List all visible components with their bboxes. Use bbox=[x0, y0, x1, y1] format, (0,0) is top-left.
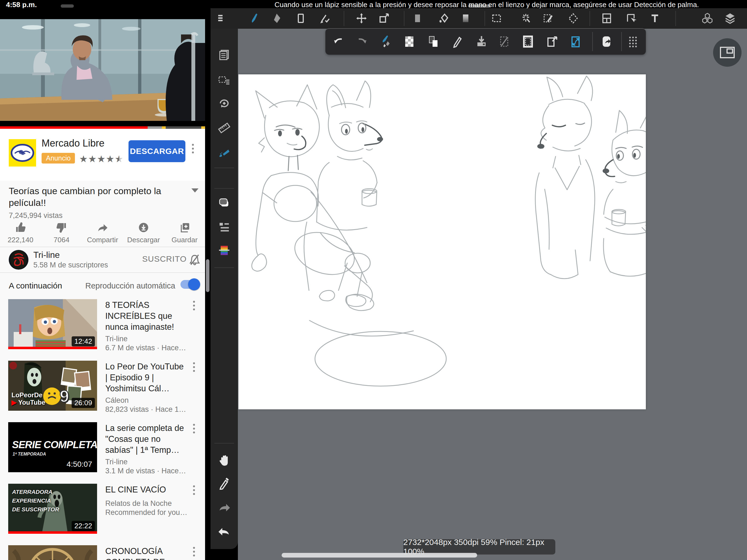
hand-tool-icon[interactable] bbox=[218, 454, 231, 467]
duration-badge: 22:22 bbox=[72, 521, 95, 531]
expand-description-icon[interactable] bbox=[191, 188, 199, 193]
drag-handle-icon[interactable] bbox=[627, 35, 639, 48]
text-tool-icon[interactable] bbox=[649, 12, 661, 24]
advertiser-name[interactable]: Mercado Libre bbox=[42, 137, 104, 149]
video-list-item[interactable]: 12:42 8 TEORÍAS INCREÍBLES que nunca ima… bbox=[0, 299, 205, 361]
subscribed-button[interactable]: SUSCRITO bbox=[142, 254, 186, 263]
panel-tool-icon[interactable] bbox=[601, 12, 613, 24]
select-pen-tool-icon[interactable] bbox=[542, 12, 554, 24]
select-rect-tool-icon[interactable] bbox=[491, 12, 503, 24]
select-menu-icon[interactable] bbox=[218, 74, 231, 87]
eyedropper-icon[interactable] bbox=[218, 477, 231, 490]
move-tool-icon[interactable] bbox=[356, 12, 367, 24]
video-list-item[interactable]: CRONOLOGÍA COMPLETA DE GRAVITY FALLS ! bbox=[0, 545, 205, 560]
select-lasso-tool-icon[interactable] bbox=[567, 12, 579, 24]
drawing-canvas[interactable] bbox=[238, 74, 646, 409]
like-button[interactable]: 222,140 bbox=[0, 221, 41, 247]
shape-tool-icon[interactable] bbox=[295, 12, 307, 24]
pen-check-tool-icon[interactable] bbox=[319, 12, 331, 24]
download-app-button[interactable]: DESCARGAR bbox=[129, 140, 185, 162]
redo-arrow-icon[interactable] bbox=[218, 501, 231, 514]
video-player[interactable] bbox=[0, 8, 205, 126]
save-playlist-icon bbox=[179, 222, 190, 233]
brush-eraser-swap-icon[interactable] bbox=[380, 35, 393, 48]
menu-icon[interactable] bbox=[215, 12, 228, 24]
export-window-icon[interactable] bbox=[546, 35, 558, 48]
up-next-label: A continuación bbox=[9, 281, 62, 290]
import-icon[interactable] bbox=[475, 35, 488, 48]
gradient-tool-icon[interactable] bbox=[460, 12, 472, 24]
video-thumbnail[interactable]: LoPeorDe ▶ YouTube 9 26:09 bbox=[8, 361, 97, 411]
canvas-area[interactable] bbox=[238, 29, 747, 560]
channel-avatar[interactable] bbox=[9, 250, 28, 270]
video-list-item[interactable]: SERIE COMPLETA 1ª TEMPORADA 4:50:07 La s… bbox=[0, 422, 205, 484]
panel-cursor-tool-icon[interactable] bbox=[625, 12, 637, 24]
video-channel: Tri-line bbox=[105, 334, 128, 344]
video-list-item[interactable]: LoPeorDe ▶ YouTube 9 26:09 Lo Peor De Yo… bbox=[0, 361, 205, 422]
screen: 4:58 p.m. Cuando use un lápiz sensible a… bbox=[0, 0, 747, 560]
paint-top-toolbar bbox=[210, 8, 747, 29]
download-button[interactable]: Descargar bbox=[123, 221, 164, 247]
save-button[interactable]: Guardar bbox=[164, 221, 205, 247]
bucket-tool-icon[interactable] bbox=[437, 12, 449, 24]
thumb-down-icon bbox=[55, 222, 68, 233]
item-overflow-menu[interactable] bbox=[193, 547, 195, 556]
eraser-tool-icon[interactable] bbox=[271, 12, 283, 24]
select-border-icon[interactable] bbox=[522, 35, 534, 48]
video-channel: Tri-line bbox=[105, 457, 128, 467]
video-thumbnail[interactable]: SERIE COMPLETA 1ª TEMPORADA 4:50:07 bbox=[8, 422, 97, 472]
left-window-drag-handle[interactable] bbox=[61, 4, 74, 8]
youtube-scrollbar-thumb[interactable] bbox=[206, 259, 209, 292]
video-progress-bar[interactable] bbox=[0, 126, 205, 129]
video-thumbnail[interactable]: 12:42 bbox=[8, 299, 97, 349]
video-thumbnail[interactable] bbox=[8, 545, 97, 560]
item-overflow-menu[interactable] bbox=[193, 424, 195, 433]
transform-tool-icon[interactable] bbox=[378, 12, 390, 24]
eyedropper-pen-icon[interactable] bbox=[451, 35, 464, 48]
fullscreen-icon[interactable] bbox=[570, 35, 583, 48]
undo-icon[interactable] bbox=[332, 35, 344, 48]
palm-detection-message: Cuando use un lápiz sensible a la presió… bbox=[246, 1, 727, 9]
channel-name[interactable]: Tri-line bbox=[33, 250, 60, 260]
deselect-icon[interactable] bbox=[498, 35, 511, 48]
video-thumbnail[interactable]: ATERRADORA EXPERIENCIA DE SUSCRIPTOR 22:… bbox=[8, 484, 97, 534]
action-bar: 222,140 7064 Compartir Descargar Guardar bbox=[0, 221, 205, 247]
pages-icon[interactable] bbox=[218, 49, 231, 61]
share-button[interactable]: Compartir bbox=[82, 221, 123, 247]
notifications-off-icon[interactable] bbox=[188, 253, 201, 266]
ruler-icon[interactable] bbox=[218, 122, 231, 134]
movie-scene bbox=[0, 8, 205, 126]
3d-material-icon[interactable] bbox=[701, 12, 713, 24]
fill-rect-tool-icon[interactable] bbox=[412, 12, 423, 24]
dislike-button[interactable]: 7064 bbox=[41, 221, 82, 247]
stars-filled: ★★★★★ bbox=[79, 153, 119, 164]
brush-settings-icon[interactable] bbox=[218, 221, 231, 233]
magic-wand-tool-icon[interactable] bbox=[520, 12, 532, 24]
progress-played bbox=[0, 126, 148, 129]
item-overflow-menu[interactable] bbox=[193, 485, 195, 495]
quick-access-bar bbox=[325, 28, 646, 55]
transparency-icon[interactable] bbox=[403, 35, 416, 48]
swap-colors-icon[interactable] bbox=[427, 35, 440, 48]
save-label: Guardar bbox=[172, 236, 198, 244]
rotate-canvas-icon[interactable] bbox=[218, 97, 231, 110]
home-indicator[interactable] bbox=[282, 553, 477, 558]
item-overflow-menu[interactable] bbox=[193, 301, 195, 310]
advertiser-logo[interactable] bbox=[9, 139, 36, 167]
video-meta: 82,823 vistas · Hace 1… bbox=[105, 405, 187, 414]
color-chips-icon[interactable] bbox=[218, 197, 231, 209]
video-list-item[interactable]: ATERRADORA EXPERIENCIA DE SUSCRIPTOR 22:… bbox=[0, 484, 205, 545]
color-palette-icon[interactable] bbox=[218, 244, 231, 257]
redo-icon[interactable] bbox=[356, 35, 368, 48]
float-window-icon[interactable] bbox=[600, 35, 613, 48]
navigator-button[interactable] bbox=[713, 38, 742, 67]
undo-arrow-icon[interactable] bbox=[218, 525, 231, 538]
autoplay-toggle[interactable] bbox=[180, 280, 199, 289]
ad-marker bbox=[162, 126, 166, 129]
ad-overflow-menu[interactable] bbox=[192, 144, 194, 153]
youtube-panel: Mercado Libre Anuncio ★★★★★ ★★★★★ GRATIS… bbox=[0, 8, 205, 560]
airbrush-icon[interactable] bbox=[218, 146, 231, 159]
item-overflow-menu[interactable] bbox=[193, 362, 195, 372]
brush-tool-icon[interactable] bbox=[248, 12, 260, 24]
layers-icon[interactable] bbox=[724, 12, 736, 24]
